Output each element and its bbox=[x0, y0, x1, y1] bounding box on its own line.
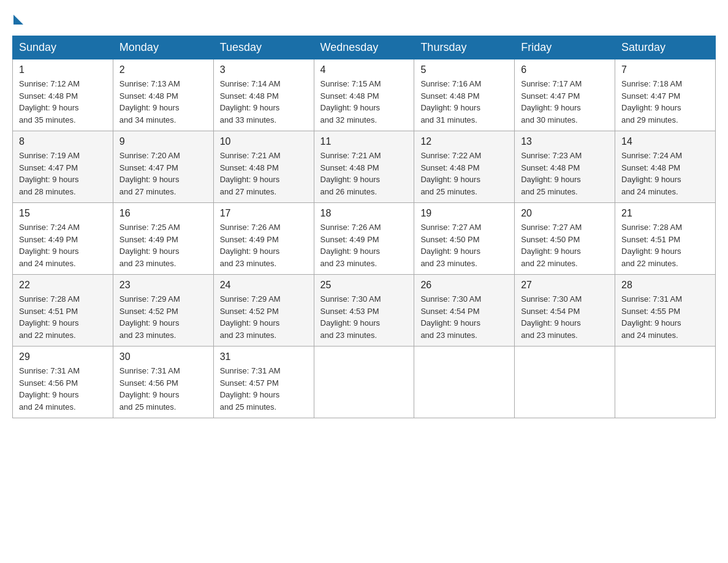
day-number: 27 bbox=[521, 280, 609, 291]
daylight-minutes: and 23 minutes. bbox=[320, 259, 377, 268]
sunset-label: Sunset: 4:48 PM bbox=[621, 163, 680, 172]
day-info: Sunrise: 7:28 AM Sunset: 4:51 PM Dayligh… bbox=[19, 293, 107, 341]
sunset-label: Sunset: 4:48 PM bbox=[220, 163, 279, 172]
daylight-minutes: and 25 minutes. bbox=[220, 402, 277, 412]
sunset-label: Sunset: 4:47 PM bbox=[621, 91, 680, 101]
header-monday: Monday bbox=[113, 36, 213, 59]
day-info: Sunrise: 7:19 AM Sunset: 4:47 PM Dayligh… bbox=[19, 150, 107, 197]
day-info: Sunrise: 7:21 AM Sunset: 4:48 PM Dayligh… bbox=[220, 150, 308, 197]
day-number: 14 bbox=[621, 136, 709, 147]
calendar-header-row: SundayMondayTuesdayWednesdayThursdayFrid… bbox=[13, 36, 716, 59]
sunset-label: Sunset: 4:48 PM bbox=[320, 163, 379, 172]
day-info: Sunrise: 7:22 AM Sunset: 4:48 PM Dayligh… bbox=[420, 150, 508, 197]
sunrise-label: Sunrise: 7:26 AM bbox=[220, 223, 281, 232]
day-number: 19 bbox=[420, 208, 508, 219]
calendar-cell: 30 Sunrise: 7:31 AM Sunset: 4:56 PM Dayl… bbox=[113, 347, 213, 418]
daylight-minutes: and 23 minutes. bbox=[320, 331, 377, 340]
sunset-label: Sunset: 4:47 PM bbox=[521, 91, 580, 101]
sunset-label: Sunset: 4:49 PM bbox=[119, 235, 178, 244]
calendar-cell: 10 Sunrise: 7:21 AM Sunset: 4:48 PM Dayl… bbox=[213, 131, 314, 203]
daylight-minutes: and 24 minutes. bbox=[19, 259, 76, 268]
calendar-cell: 6 Sunrise: 7:17 AM Sunset: 4:47 PM Dayli… bbox=[515, 59, 615, 131]
calendar-cell: 11 Sunrise: 7:21 AM Sunset: 4:48 PM Dayl… bbox=[314, 131, 414, 203]
daylight-minutes: and 23 minutes. bbox=[119, 331, 176, 340]
calendar-table: SundayMondayTuesdayWednesdayThursdayFrid… bbox=[12, 36, 716, 418]
sunset-label: Sunset: 4:49 PM bbox=[320, 235, 379, 244]
sunset-label: Sunset: 4:47 PM bbox=[19, 163, 78, 172]
sunrise-label: Sunrise: 7:20 AM bbox=[119, 151, 180, 160]
sunrise-label: Sunrise: 7:17 AM bbox=[521, 79, 582, 88]
day-info: Sunrise: 7:25 AM Sunset: 4:49 PM Dayligh… bbox=[119, 221, 207, 269]
day-info: Sunrise: 7:31 AM Sunset: 4:57 PM Dayligh… bbox=[220, 365, 308, 413]
calendar-cell bbox=[314, 347, 414, 418]
day-number: 8 bbox=[19, 136, 107, 147]
sunset-label: Sunset: 4:48 PM bbox=[220, 91, 279, 101]
day-info: Sunrise: 7:28 AM Sunset: 4:51 PM Dayligh… bbox=[621, 221, 709, 269]
calendar-cell bbox=[515, 347, 615, 418]
day-number: 28 bbox=[621, 280, 709, 291]
daylight-label: Daylight: 9 hours bbox=[220, 247, 280, 256]
daylight-label: Daylight: 9 hours bbox=[521, 175, 581, 184]
day-number: 1 bbox=[19, 64, 107, 75]
sunset-label: Sunset: 4:49 PM bbox=[19, 235, 78, 244]
day-info: Sunrise: 7:27 AM Sunset: 4:50 PM Dayligh… bbox=[521, 221, 609, 269]
sunset-label: Sunset: 4:56 PM bbox=[119, 378, 178, 388]
sunset-label: Sunset: 4:48 PM bbox=[521, 163, 580, 172]
day-info: Sunrise: 7:15 AM Sunset: 4:48 PM Dayligh… bbox=[320, 78, 408, 126]
daylight-minutes: and 27 minutes. bbox=[119, 187, 176, 196]
sunrise-label: Sunrise: 7:15 AM bbox=[320, 79, 381, 88]
day-number: 6 bbox=[521, 64, 609, 75]
sunrise-label: Sunrise: 7:29 AM bbox=[220, 294, 281, 304]
daylight-label: Daylight: 9 hours bbox=[19, 175, 79, 184]
day-info: Sunrise: 7:29 AM Sunset: 4:52 PM Dayligh… bbox=[220, 293, 308, 341]
calendar-cell: 3 Sunrise: 7:14 AM Sunset: 4:48 PM Dayli… bbox=[213, 59, 314, 131]
calendar-cell: 16 Sunrise: 7:25 AM Sunset: 4:49 PM Dayl… bbox=[113, 203, 213, 275]
daylight-minutes: and 24 minutes. bbox=[621, 331, 678, 340]
day-number: 2 bbox=[119, 64, 207, 75]
day-info: Sunrise: 7:31 AM Sunset: 4:55 PM Dayligh… bbox=[621, 293, 709, 341]
header-tuesday: Tuesday bbox=[213, 36, 314, 59]
sunrise-label: Sunrise: 7:22 AM bbox=[420, 151, 481, 160]
daylight-minutes: and 24 minutes. bbox=[19, 402, 76, 412]
daylight-label: Daylight: 9 hours bbox=[320, 318, 381, 327]
calendar-cell: 21 Sunrise: 7:28 AM Sunset: 4:51 PM Dayl… bbox=[615, 203, 716, 275]
daylight-label: Daylight: 9 hours bbox=[420, 318, 480, 327]
day-number: 9 bbox=[119, 136, 207, 147]
day-number: 10 bbox=[220, 136, 308, 147]
sunset-label: Sunset: 4:49 PM bbox=[220, 235, 279, 244]
day-number: 25 bbox=[320, 280, 408, 291]
sunrise-label: Sunrise: 7:30 AM bbox=[521, 294, 582, 304]
day-info: Sunrise: 7:26 AM Sunset: 4:49 PM Dayligh… bbox=[320, 221, 408, 269]
sunset-label: Sunset: 4:51 PM bbox=[19, 307, 78, 316]
daylight-label: Daylight: 9 hours bbox=[420, 175, 480, 184]
calendar-cell: 17 Sunrise: 7:26 AM Sunset: 4:49 PM Dayl… bbox=[213, 203, 314, 275]
daylight-label: Daylight: 9 hours bbox=[621, 318, 681, 327]
sunrise-label: Sunrise: 7:24 AM bbox=[621, 151, 682, 160]
calendar-cell: 29 Sunrise: 7:31 AM Sunset: 4:56 PM Dayl… bbox=[13, 347, 113, 418]
calendar-cell: 8 Sunrise: 7:19 AM Sunset: 4:47 PM Dayli… bbox=[13, 131, 113, 203]
sunrise-label: Sunrise: 7:19 AM bbox=[19, 151, 80, 160]
sunrise-label: Sunrise: 7:26 AM bbox=[320, 223, 381, 232]
daylight-label: Daylight: 9 hours bbox=[420, 103, 480, 112]
sunrise-label: Sunrise: 7:27 AM bbox=[521, 223, 582, 232]
header-wednesday: Wednesday bbox=[314, 36, 414, 59]
calendar-cell: 22 Sunrise: 7:28 AM Sunset: 4:51 PM Dayl… bbox=[13, 275, 113, 347]
daylight-minutes: and 29 minutes. bbox=[621, 115, 678, 124]
page-header bbox=[12, 12, 716, 25]
day-info: Sunrise: 7:27 AM Sunset: 4:50 PM Dayligh… bbox=[420, 221, 508, 269]
sunset-label: Sunset: 4:54 PM bbox=[521, 307, 580, 316]
daylight-label: Daylight: 9 hours bbox=[320, 103, 381, 112]
calendar-cell: 14 Sunrise: 7:24 AM Sunset: 4:48 PM Dayl… bbox=[615, 131, 716, 203]
day-info: Sunrise: 7:30 AM Sunset: 4:54 PM Dayligh… bbox=[420, 293, 508, 341]
header-friday: Friday bbox=[515, 36, 615, 59]
week-row-2: 8 Sunrise: 7:19 AM Sunset: 4:47 PM Dayli… bbox=[13, 131, 716, 203]
daylight-label: Daylight: 9 hours bbox=[19, 318, 79, 327]
week-row-3: 15 Sunrise: 7:24 AM Sunset: 4:49 PM Dayl… bbox=[13, 203, 716, 275]
daylight-minutes: and 33 minutes. bbox=[220, 115, 277, 124]
daylight-minutes: and 25 minutes. bbox=[521, 187, 578, 196]
sunrise-label: Sunrise: 7:24 AM bbox=[19, 223, 80, 232]
calendar-cell bbox=[414, 347, 515, 418]
daylight-label: Daylight: 9 hours bbox=[521, 318, 581, 327]
daylight-minutes: and 32 minutes. bbox=[320, 115, 377, 124]
daylight-label: Daylight: 9 hours bbox=[19, 103, 79, 112]
